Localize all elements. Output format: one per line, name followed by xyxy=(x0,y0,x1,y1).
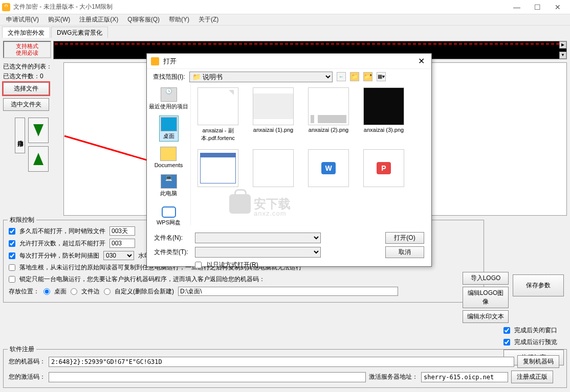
file-item[interactable] xyxy=(249,149,297,187)
sidebar-documents[interactable]: Documents xyxy=(154,146,184,169)
file-open-dialog: 打开 ✕ 查找范围(I): 📁 说明书 ← 📁 📁* ▦▾ 🕓 最近使用的项目 … xyxy=(146,53,432,267)
menu-qchat[interactable]: Q聊客服(Q) xyxy=(124,14,163,25)
file-thumb-icon xyxy=(253,87,294,125)
move-down-button[interactable] xyxy=(28,118,49,143)
select-file-button[interactable]: 选择文件 xyxy=(3,82,49,95)
file-thumb-icon xyxy=(198,149,238,187)
sidebar-thispc[interactable]: 💻 此电脑 xyxy=(159,173,178,198)
view-menu-icon[interactable]: ▦▾ xyxy=(377,72,386,81)
preview-after-checkbox[interactable] xyxy=(503,339,510,345)
file-thumb-icon xyxy=(363,87,404,125)
opencount-label: 允许打开次数，超过后不能打开 xyxy=(19,239,105,248)
thispc-icon: 💻 xyxy=(161,174,177,189)
file-item[interactable]: anxaizai (3).png xyxy=(360,87,408,142)
filetype-select[interactable] xyxy=(195,247,321,258)
opencount-value[interactable] xyxy=(109,239,135,248)
up-folder-icon[interactable]: 📁 xyxy=(350,72,359,81)
registration-legend: 软件注册 xyxy=(8,345,36,354)
menu-buy[interactable]: 购买(W) xyxy=(45,14,73,25)
scroll-right-icon[interactable]: ▶ xyxy=(559,41,566,49)
move-up-button[interactable] xyxy=(28,146,49,172)
file-item[interactable]: anxaizai - 副本.pdf.fortenc xyxy=(194,87,242,142)
root-checkbox[interactable] xyxy=(9,264,15,271)
filename-label: 文件名(N): xyxy=(154,234,190,242)
filename-input[interactable] xyxy=(195,233,321,243)
file-thumb-icon: P xyxy=(363,149,404,187)
server-input[interactable] xyxy=(421,372,508,382)
file-item[interactable]: P xyxy=(360,149,408,187)
sidebar-desktop[interactable]: 桌面 xyxy=(159,116,179,142)
lock-checkbox[interactable] xyxy=(9,276,15,283)
machine-code-label: 您的机器码： xyxy=(9,357,46,366)
tab-dwg[interactable]: DWG元素背景化 xyxy=(51,27,108,38)
scope-label: 查找范围(I): xyxy=(153,73,185,81)
expire-value[interactable] xyxy=(109,226,135,236)
menu-help[interactable]: 帮助(Y) xyxy=(166,14,192,25)
file-item[interactable]: anxaizai (2).png xyxy=(304,87,353,142)
import-logo-button[interactable]: 导入LOGO xyxy=(463,272,509,285)
radio-fileside[interactable] xyxy=(71,288,77,295)
tabbar: 文件加密外发 DWG元素背景化 xyxy=(0,26,570,38)
maximize-button[interactable]: ☐ xyxy=(527,0,547,14)
close-after-checkbox[interactable] xyxy=(503,327,510,334)
auto-sort-label[interactable]: 自动排序 xyxy=(15,118,25,153)
app-icon xyxy=(2,3,10,11)
file-thumb-icon: W xyxy=(308,149,349,187)
select-folder-button[interactable]: 选中文件夹 xyxy=(3,98,49,111)
radio-custom[interactable] xyxy=(104,288,111,295)
open-button[interactable]: 打开(O) xyxy=(385,232,424,244)
file-item[interactable]: W xyxy=(304,149,353,187)
machine-code-input[interactable] xyxy=(49,357,514,367)
edit-watermark-button[interactable]: 编辑水印文本 xyxy=(463,310,509,323)
register-official-button[interactable]: 注册成正版 xyxy=(511,371,553,383)
edit-logo-button[interactable]: 编辑LOGO图像 xyxy=(463,287,509,308)
expire-checkbox[interactable] xyxy=(9,228,15,235)
back-icon[interactable]: ← xyxy=(337,72,346,81)
file-thumb-icon xyxy=(198,87,238,125)
copy-machine-button[interactable]: 复制机器码 xyxy=(517,355,559,368)
activate-code-label: 您的激活码： xyxy=(9,373,46,381)
file-count-label: 已选文件数：0 xyxy=(3,72,60,81)
file-item[interactable]: anxaizai (1).png xyxy=(249,87,297,142)
format-support-button[interactable]: 支持格式 使用必读 xyxy=(3,41,51,58)
new-folder-icon[interactable]: 📁* xyxy=(363,72,372,81)
recent-icon: 🕓 xyxy=(161,87,177,102)
radio-desktop[interactable] xyxy=(43,288,50,295)
scroll-down-icon[interactable]: ▼ xyxy=(559,52,566,59)
wps-cloud-icon xyxy=(161,203,177,218)
activate-code-input[interactable] xyxy=(49,372,366,382)
file-thumb-icon xyxy=(308,87,349,125)
permission-legend: 权限控制 xyxy=(8,216,36,224)
opencount-checkbox[interactable] xyxy=(9,240,15,247)
dialog-title: 打开 xyxy=(163,57,415,66)
lock-label: 锁定只能一台电脑运行，您先要让客户执行机器码程序，进而填入客户返回给您的机器码： xyxy=(19,275,265,284)
file-item[interactable] xyxy=(194,149,242,187)
readonly-label: 以只读方式打开(R) xyxy=(207,261,258,269)
menu-about[interactable]: 关于(Z) xyxy=(195,14,222,25)
file-thumb-icon xyxy=(253,149,294,187)
duration-checkbox[interactable] xyxy=(9,252,15,259)
menu-register[interactable]: 注册成正版(X) xyxy=(76,14,121,25)
saveloc-label: 存放位置： xyxy=(9,287,39,296)
scope-select[interactable]: 📁 说明书 xyxy=(189,72,333,82)
cancel-button[interactable]: 取消 xyxy=(385,246,424,258)
save-params-button[interactable]: 保存参数 xyxy=(513,274,564,296)
registration-fieldset: 软件注册 您的机器码： 复制机器码 您的激活码： 激活服务器地址： 注册成正版 xyxy=(3,349,567,388)
expire-label: 多久后不能打开，同时销毁文件 xyxy=(19,227,105,236)
dialog-icon xyxy=(151,57,159,65)
savepath-input[interactable] xyxy=(178,287,398,296)
dialog-close-button[interactable]: ✕ xyxy=(415,55,427,67)
menubar: 申请试用(V) 购买(W) 注册成正版(X) Q聊客服(Q) 帮助(Y) 关于(… xyxy=(0,14,570,26)
sidebar-wps[interactable]: WPS网盘 xyxy=(156,202,182,227)
menu-trial[interactable]: 申请试用(V) xyxy=(3,14,42,25)
titlebar: 文件加密 - 未注册版本 - 大小1M限制 — ☐ ✕ xyxy=(0,0,570,14)
duration-label: 每次打开分钟，防长时间描图 xyxy=(19,251,99,260)
duration-select[interactable]: 030 xyxy=(103,251,134,260)
tab-encrypt[interactable]: 文件加密外发 xyxy=(2,27,50,38)
readonly-checkbox[interactable] xyxy=(195,262,202,268)
documents-icon xyxy=(160,147,177,161)
server-label: 激活服务器地址： xyxy=(369,373,418,381)
sidebar-recent[interactable]: 🕓 最近使用的项目 xyxy=(148,86,189,111)
minimize-button[interactable]: — xyxy=(507,0,527,14)
close-button[interactable]: ✕ xyxy=(547,0,568,14)
